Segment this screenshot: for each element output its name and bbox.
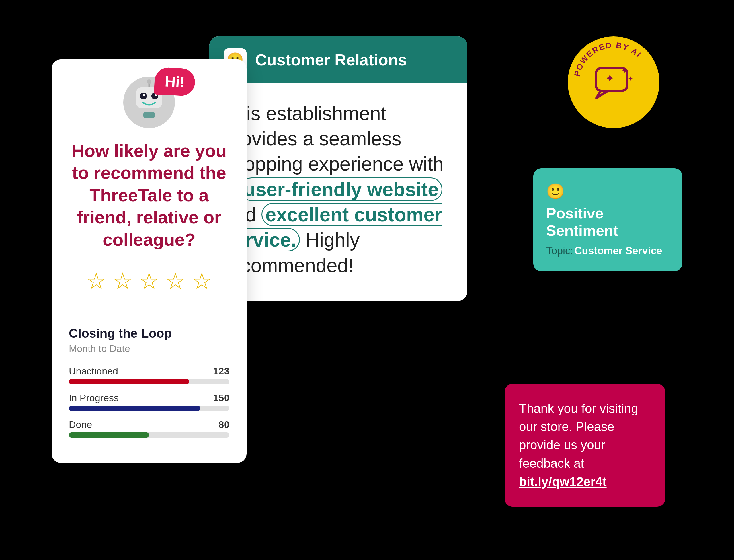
- unactioned-label: Unactioned: [69, 366, 118, 377]
- closing-title: Closing the Loop: [69, 326, 229, 341]
- cr-text: This establishment provides a seamless s…: [224, 101, 453, 278]
- nps-question: How likely are you to recommend the Thre…: [69, 140, 229, 251]
- done-label: Done: [69, 419, 92, 430]
- svg-rect-8: [143, 112, 155, 118]
- unactioned-value: 123: [213, 366, 229, 377]
- svg-text:POWERED BY AI: POWERED BY AI: [573, 40, 643, 77]
- svg-point-3: [140, 93, 147, 99]
- sentiment-topic-row: Topic: Customer Service: [546, 245, 669, 257]
- hi-bubble: Hi!: [154, 67, 196, 96]
- done-bar-fill: [69, 432, 149, 438]
- thankyou-text: Thank you for visiting our store. Please…: [519, 399, 651, 491]
- inprogress-bar-fill: [69, 406, 200, 411]
- sentiment-title: Positive Sentiment: [546, 205, 669, 239]
- done-bar-bg: [69, 432, 229, 438]
- robot-wrapper: Hi!: [69, 77, 229, 128]
- inprogress-value: 150: [213, 392, 229, 403]
- thankyou-link[interactable]: bit.ly/qw12er4t: [519, 475, 607, 489]
- inprogress-label: In Progress: [69, 392, 119, 403]
- progress-row-done: Done 80: [69, 419, 229, 438]
- closing-section: Closing the Loop Month to Date Unactione…: [69, 315, 229, 438]
- unactioned-bar-bg: [69, 379, 229, 384]
- unactioned-bar-fill: [69, 379, 189, 384]
- svg-point-5: [143, 94, 145, 96]
- closing-subtitle: Month to Date: [69, 343, 229, 354]
- thankyou-message: Thank you for visiting our store. Please…: [519, 401, 638, 470]
- ai-badge: ✦ ✦ ✦ POWERED BY AI: [568, 36, 659, 128]
- done-value: 80: [218, 419, 229, 430]
- star-3-icon[interactable]: ☆: [139, 268, 159, 294]
- cr-header: 🙂 Customer Relations: [209, 36, 467, 83]
- star-5-icon[interactable]: ☆: [192, 268, 212, 294]
- sentiment-card: 🙂 Positive Sentiment Topic: Customer Ser…: [533, 168, 682, 271]
- cr-highlight-1: user-friendly website: [240, 177, 442, 201]
- svg-point-1: [147, 79, 151, 84]
- progress-row-unactioned: Unactioned 123: [69, 366, 229, 384]
- cr-header-title: Customer Relations: [255, 50, 407, 69]
- sentiment-smiley-icon: 🙂: [546, 183, 669, 200]
- stars-row[interactable]: ☆ ☆ ☆ ☆ ☆: [69, 268, 229, 294]
- nps-card: Hi! How likely are you to recommend the …: [52, 59, 247, 463]
- progress-row-inprogress: In Progress 150: [69, 392, 229, 411]
- star-2-icon[interactable]: ☆: [112, 268, 133, 294]
- customer-relations-card: 🙂 Customer Relations This establishment …: [209, 36, 467, 301]
- ai-badge-text-svg: POWERED BY AI: [568, 36, 659, 128]
- inprogress-bar-bg: [69, 406, 229, 411]
- sentiment-topic-value: Customer Service: [575, 245, 662, 257]
- thankyou-card: Thank you for visiting our store. Please…: [505, 384, 665, 507]
- star-4-icon[interactable]: ☆: [165, 268, 186, 294]
- sentiment-topic-label: Topic:: [546, 245, 573, 257]
- star-1-icon[interactable]: ☆: [86, 268, 107, 294]
- cr-body: This establishment provides a seamless s…: [209, 83, 467, 301]
